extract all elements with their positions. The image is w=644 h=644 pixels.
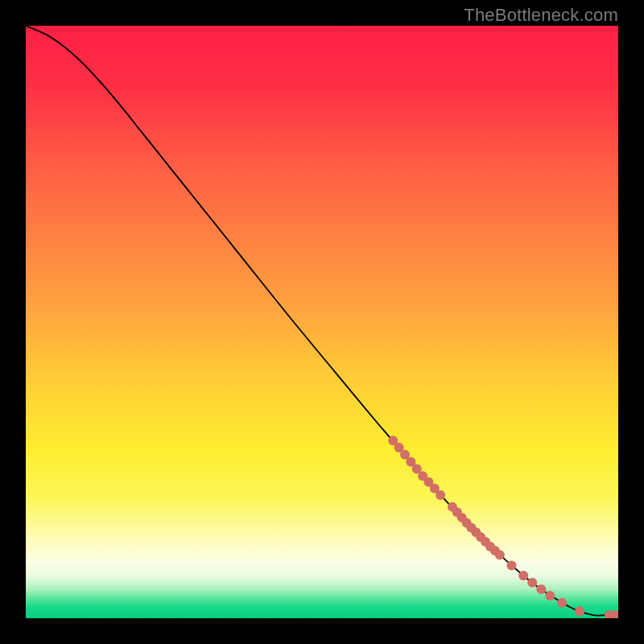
data-point xyxy=(527,578,537,588)
data-point xyxy=(495,550,505,559)
data-point xyxy=(575,606,584,616)
data-point xyxy=(536,584,546,594)
data-point xyxy=(557,598,567,608)
data-point xyxy=(545,591,555,601)
chart-frame: TheBottleneck.com xyxy=(0,0,644,644)
data-point xyxy=(518,571,528,580)
watermark-text: TheBottleneck.com xyxy=(464,5,618,26)
chart-background xyxy=(26,26,618,618)
data-point xyxy=(436,490,445,500)
data-point xyxy=(507,561,517,571)
plot-area xyxy=(26,26,618,618)
chart-svg xyxy=(26,26,618,618)
